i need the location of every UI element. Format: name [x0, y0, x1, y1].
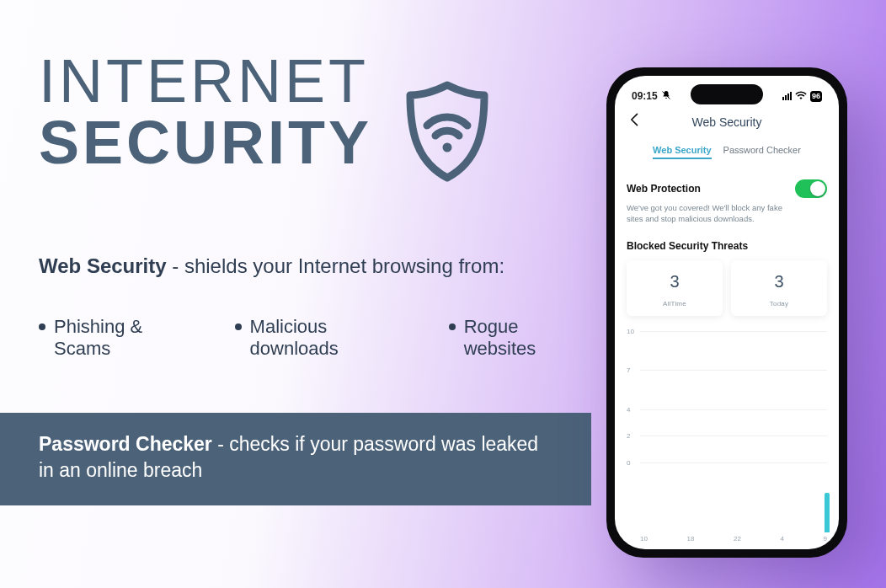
bullet-dot-icon [449, 323, 456, 330]
cellular-icon [782, 92, 792, 100]
web-protection-desc: We've got you covered! We'll block any f… [627, 203, 795, 225]
threats-section: Blocked Security Threats 3 AllTime 3 Tod… [627, 240, 827, 316]
bullet-text: Rogue websites [464, 316, 578, 360]
chart-gridline [640, 370, 827, 371]
threat-caption: AllTime [633, 300, 716, 307]
svg-point-0 [443, 143, 452, 152]
chart-gridline [640, 436, 827, 436]
chart-ylabel: 2 [627, 432, 630, 440]
chart-xlabel: 4 [781, 535, 784, 543]
bullet-item: Rogue websites [449, 316, 578, 360]
chart-xlabel: 9 [824, 535, 827, 543]
web-protection-toggle[interactable] [795, 179, 827, 198]
threat-card-alltime: 3 AllTime [627, 260, 723, 316]
threats-chart: 10742010182249 [627, 328, 827, 543]
chart-xlabel: 18 [687, 535, 695, 543]
chart-gridline [640, 331, 827, 332]
chart-ylabel: 10 [627, 327, 634, 334]
threat-cards: 3 AllTime 3 Today [627, 260, 827, 316]
chart-gridline [640, 462, 827, 463]
chart-xlabel: 22 [734, 535, 741, 543]
pw-strong: Password Checker [39, 433, 212, 455]
web-security-feature: Web Security - shields your Internet bro… [39, 253, 578, 280]
chart-ylabel: 7 [627, 366, 630, 374]
phone-mockup: 09:15 96 Web [606, 67, 847, 558]
web-protection-section: Web Protection We've got you covered! We… [627, 179, 827, 225]
threat-card-today: 3 Today [731, 260, 827, 316]
bullet-item: Phishing & Scams [39, 316, 184, 360]
feature-lead-rest: - shields your Internet browsing from: [167, 254, 505, 277]
chart-ylabel: 0 [627, 458, 630, 466]
password-checker-band: Password Checker - checks if your passwo… [0, 413, 591, 505]
wifi-icon [795, 90, 807, 102]
chart-ylabel: 4 [627, 406, 630, 414]
headline-line1: INTERNET [39, 51, 372, 111]
threats-title: Blocked Security Threats [627, 240, 827, 252]
headline: INTERNET SECURITY [39, 51, 372, 175]
tab-bar: Web Security Password Checker [627, 145, 827, 159]
bullet-dot-icon [235, 323, 242, 330]
status-time: 09:15 [632, 90, 658, 102]
phone-body: 09:15 96 Web [606, 67, 847, 558]
dynamic-island [691, 84, 763, 104]
feature-lead-strong: Web Security [39, 254, 167, 277]
chart-xaxis: 10182249 [640, 535, 827, 543]
chart-gridline [640, 409, 827, 410]
feature-bullets: Phishing & Scams Malicious downloads Rog… [39, 316, 578, 360]
tab-web-security[interactable]: Web Security [653, 145, 712, 159]
bullet-text: Phishing & Scams [54, 316, 184, 360]
threat-value: 3 [738, 272, 820, 291]
bullet-dot-icon [39, 323, 45, 330]
app-title: Web Security [692, 115, 762, 129]
battery-icon: 96 [810, 91, 822, 102]
threat-value: 3 [633, 272, 716, 291]
phone-screen: 09:15 96 Web [615, 76, 839, 549]
bullet-text: Malicious downloads [250, 316, 398, 360]
chart-bar [825, 493, 830, 532]
threat-caption: Today [738, 300, 820, 307]
back-arrow-icon[interactable] [627, 111, 643, 131]
bell-off-icon [661, 90, 671, 103]
headline-line2: SECURITY [39, 111, 372, 175]
shield-wifi-icon [400, 80, 494, 186]
web-protection-title: Web Protection [627, 183, 701, 195]
tab-password-checker[interactable]: Password Checker [723, 145, 801, 159]
bullet-item: Malicious downloads [235, 316, 398, 360]
chart-xlabel: 10 [640, 535, 648, 543]
app-content: Web Security Web Security Password Check… [615, 110, 839, 549]
app-header: Web Security [627, 110, 827, 135]
